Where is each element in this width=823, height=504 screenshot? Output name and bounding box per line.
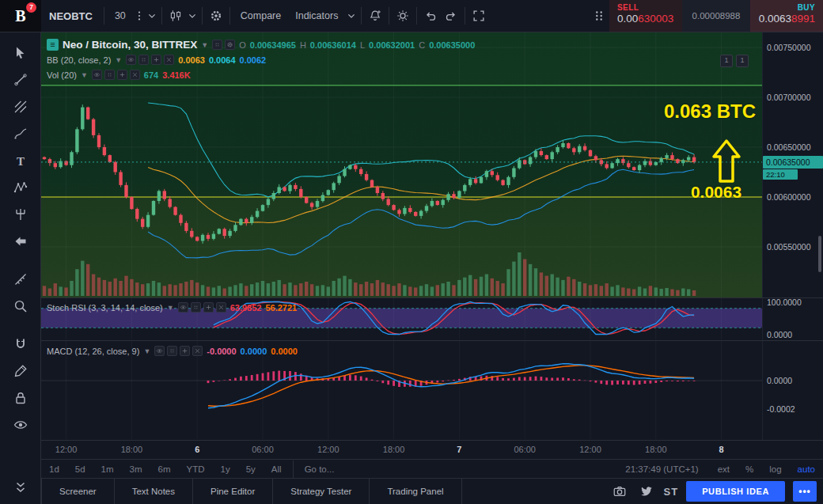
stoch-caret-icon[interactable]: ▼ xyxy=(167,304,174,312)
interval-button[interactable]: 30 xyxy=(108,10,133,21)
arrow-left-icon[interactable] xyxy=(7,228,34,255)
vol-indicator-label[interactable]: Vol (20) xyxy=(47,70,77,80)
footer-bar: ScreenerText NotesPine EditorStrategy Te… xyxy=(41,479,823,504)
measure-icon[interactable] xyxy=(7,266,34,293)
annotation-up-arrow[interactable] xyxy=(711,138,741,184)
annotation-price-level-text[interactable]: 0.0063 xyxy=(669,183,764,202)
goto-date-button[interactable]: Go to... xyxy=(297,464,343,474)
magnet-icon[interactable] xyxy=(7,331,34,358)
theme-brightness-icon[interactable] xyxy=(393,6,413,26)
tradingview-logo[interactable]: B 7 xyxy=(0,0,41,32)
plus-icon[interactable] xyxy=(180,346,190,356)
vol-mini-icons xyxy=(92,70,140,80)
bb-indicator-label[interactable]: BB (20, close, 2) xyxy=(47,55,111,65)
text-icon[interactable]: T xyxy=(7,147,34,174)
scale-mode-log[interactable]: log xyxy=(761,464,789,474)
chart-settings-icon[interactable] xyxy=(206,6,226,26)
trendline-icon[interactable] xyxy=(7,66,34,93)
scale-mode-ext[interactable]: ext xyxy=(710,464,738,474)
close-icon[interactable] xyxy=(192,346,203,356)
symbol-title-caret-icon[interactable]: ▼ xyxy=(201,41,208,49)
xabcd-icon[interactable] xyxy=(7,174,34,201)
footer-tab-screener[interactable]: Screener xyxy=(41,479,115,504)
range-button-5y[interactable]: 5y xyxy=(238,464,264,474)
symbol-input[interactable]: NEOBTC xyxy=(41,10,101,22)
stoch-rsi-label[interactable]: Stoch RSI (3, 3, 14, 14, close) xyxy=(47,303,163,313)
chart-menu-icon[interactable]: ≡ xyxy=(47,39,59,51)
fullscreen-icon[interactable] xyxy=(468,6,489,26)
stocktwits-label[interactable]: ST xyxy=(664,486,679,498)
macd-caret-icon[interactable]: ▼ xyxy=(143,347,150,355)
eye-icon[interactable] xyxy=(126,55,136,65)
price-axis-scrollbar[interactable] xyxy=(818,236,821,272)
drag-handle-icon[interactable] xyxy=(589,6,609,26)
zoom-icon[interactable] xyxy=(7,293,34,320)
footer-tab-trading-panel[interactable]: Trading Panel xyxy=(370,479,461,504)
kebab-menu-icon[interactable] xyxy=(133,6,146,26)
range-button-6m[interactable]: 6m xyxy=(150,464,179,474)
undo-icon[interactable] xyxy=(420,6,441,26)
indicators-caret-icon[interactable] xyxy=(345,6,358,26)
sell-button[interactable]: SELL 0.00630003 xyxy=(609,0,682,32)
close-icon[interactable] xyxy=(130,70,140,80)
scale-mode-auto[interactable]: auto xyxy=(790,464,823,474)
range-bar-separator xyxy=(0,459,823,460)
scale-mode-%[interactable]: % xyxy=(738,464,761,474)
brush-icon[interactable] xyxy=(7,120,34,147)
compare-button[interactable]: Compare xyxy=(233,10,288,21)
close-icon[interactable] xyxy=(216,302,226,313)
alert-add-icon[interactable] xyxy=(365,6,385,26)
chart-style-caret-icon[interactable] xyxy=(186,6,199,26)
clock-utc-label[interactable]: 21:37:49 (UTC+1) xyxy=(625,464,709,474)
pane-separator[interactable] xyxy=(0,297,823,298)
alert-badge[interactable]: 1 xyxy=(736,55,749,67)
range-button-1y[interactable]: 1y xyxy=(213,464,238,474)
annotation-price-target-text[interactable]: 0.063 BTC xyxy=(609,100,756,123)
snapshot-camera-icon[interactable] xyxy=(610,482,629,501)
pane-separator[interactable] xyxy=(0,340,823,341)
prediction-icon[interactable] xyxy=(7,201,34,228)
dots-icon[interactable] xyxy=(104,70,115,80)
time-axis[interactable]: 12:0018:00606:0012:0018:00706:0012:0018:… xyxy=(41,441,762,459)
twitter-icon[interactable] xyxy=(637,482,656,501)
cursor-icon[interactable] xyxy=(7,40,34,66)
plus-icon[interactable] xyxy=(117,70,127,80)
range-button-3m[interactable]: 3m xyxy=(122,464,150,474)
collapse-icon[interactable] xyxy=(7,474,34,501)
more-options-button[interactable]: ••• xyxy=(793,481,817,502)
lock-icon[interactable] xyxy=(7,385,34,411)
range-button-ytd[interactable]: YTD xyxy=(179,464,213,474)
footer-tab-strategy-tester[interactable]: Strategy Tester xyxy=(273,479,370,504)
dots-icon[interactable] xyxy=(191,302,201,313)
dots-icon[interactable] xyxy=(212,40,222,50)
gear-icon[interactable] xyxy=(225,40,235,50)
close-icon[interactable] xyxy=(164,55,174,65)
range-button-1d[interactable]: 1d xyxy=(41,464,67,474)
alert-badge[interactable]: 1 xyxy=(720,55,733,67)
bb-caret-icon[interactable]: ▼ xyxy=(115,56,122,64)
range-button-5d[interactable]: 5d xyxy=(67,464,93,474)
plus-icon[interactable] xyxy=(151,55,161,65)
gann-icon[interactable] xyxy=(7,93,34,120)
eye-icon[interactable] xyxy=(7,411,34,438)
buy-button[interactable]: BUY 0.00638991 xyxy=(750,0,823,32)
macd-label[interactable]: MACD (12, 26, close, 9) xyxy=(47,347,139,356)
chart-style-icon[interactable] xyxy=(165,6,186,26)
footer-tab-pine-editor[interactable]: Pine Editor xyxy=(193,479,273,504)
indicators-button[interactable]: Indicators xyxy=(288,10,345,21)
dots-icon[interactable] xyxy=(138,55,149,65)
eye-icon[interactable] xyxy=(178,302,188,313)
eye-icon[interactable] xyxy=(92,70,102,80)
eye-icon[interactable] xyxy=(154,346,165,356)
footer-tab-text-notes[interactable]: Text Notes xyxy=(115,479,193,504)
symbol-title[interactable]: Neo / Bitcoin, 30, BITTREX xyxy=(63,39,197,51)
dots-icon[interactable] xyxy=(167,346,177,356)
interval-caret-icon[interactable] xyxy=(146,6,158,26)
publish-idea-button[interactable]: PUBLISH IDEA xyxy=(686,481,785,502)
drawing-icon[interactable] xyxy=(7,358,34,385)
vol-caret-icon[interactable]: ▼ xyxy=(81,71,88,79)
redo-icon[interactable] xyxy=(441,6,461,26)
range-button-1m[interactable]: 1m xyxy=(93,464,122,474)
range-button-all[interactable]: All xyxy=(264,464,290,474)
plus-icon[interactable] xyxy=(203,302,214,313)
